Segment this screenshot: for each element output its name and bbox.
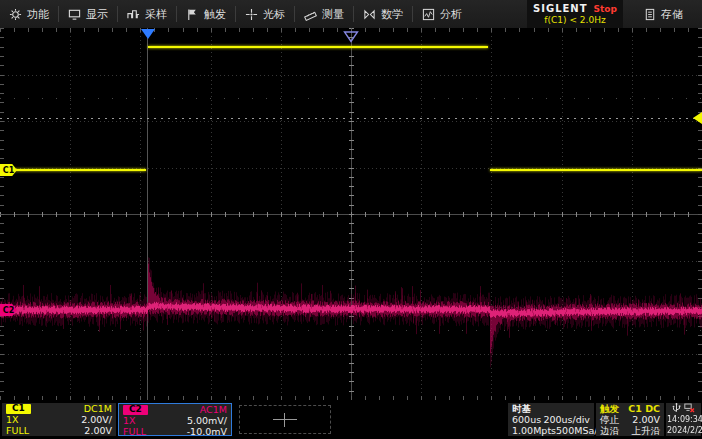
ruler-icon xyxy=(304,8,317,21)
math-icon xyxy=(363,8,376,21)
menu-math[interactable]: 数学 xyxy=(354,0,412,28)
menu-label: 分析 xyxy=(440,7,462,22)
analysis-icon xyxy=(422,8,435,21)
trigger-header: 触发 xyxy=(600,403,619,414)
channel2-badge: C2 xyxy=(123,405,148,415)
save-icon xyxy=(644,8,656,21)
channel1-probe: 1X xyxy=(6,414,19,425)
menu-label: 采样 xyxy=(145,7,167,22)
trigger-position-marker[interactable] xyxy=(141,29,155,39)
gear-icon xyxy=(9,8,22,21)
menu-label: 功能 xyxy=(27,7,49,22)
memory-depth: 1.00Mpts xyxy=(512,425,556,436)
add-channel-cross-icon xyxy=(273,413,297,427)
trigger-slope: 上升沿 xyxy=(632,425,661,436)
menu-measure[interactable]: 测量 xyxy=(295,0,353,28)
timebase-delay: 600us xyxy=(512,414,541,425)
channel1-scale: 2.00V/ xyxy=(81,414,112,425)
statusbar: C1 DC1M 1X 2.00V/ FULL 2.00V C2 AC1M 1X … xyxy=(0,400,702,439)
trigger-level-marker[interactable] xyxy=(693,112,702,124)
oscilloscope-ui: { "menubar": { "items": [ {"label": "功能"… xyxy=(0,0,702,439)
trigger-source: C1 DC xyxy=(628,403,660,414)
timebase-descriptor[interactable]: 时基 600us 200us/div 1.00Mpts 500MSa/s xyxy=(508,403,594,436)
clock-time: 14:09:34 xyxy=(667,414,700,425)
run-state-badge[interactable]: Stop xyxy=(594,4,617,14)
menu-analysis[interactable]: 分析 xyxy=(413,0,471,28)
channel1-badge: C1 xyxy=(6,404,31,414)
channel2-bandwidth: FULL xyxy=(123,426,146,437)
timebase-header: 时基 xyxy=(512,403,531,414)
delay-reference-marker[interactable] xyxy=(343,28,359,47)
channel2-descriptor[interactable]: C2 AC1M 1X 5.00mV/ FULL -10.0mV xyxy=(118,403,232,436)
channel1-bandwidth: FULL xyxy=(6,425,29,436)
menu-trigger[interactable]: 触发 xyxy=(177,0,235,28)
channel1-offset: 2.00V xyxy=(84,425,112,436)
menu-label: 显示 xyxy=(86,7,108,22)
timebase-scale: 200us/div xyxy=(543,414,590,425)
menu-acquire[interactable]: 采样 xyxy=(118,0,176,28)
menu-label: 光标 xyxy=(263,7,285,22)
flag-icon xyxy=(186,8,199,21)
trigger-type: 边沿 xyxy=(600,425,619,436)
crosshair-icon xyxy=(245,8,258,21)
status-block: SIGLENT Stop f(C1) < 2.0Hz xyxy=(527,0,623,28)
clock-date: 2024/2/2 xyxy=(667,425,700,436)
channel2-offset: -10.0mV xyxy=(187,426,227,437)
trigger-status: 停止 xyxy=(600,414,619,425)
menu-label: 测量 xyxy=(322,7,344,22)
monitor-icon xyxy=(68,8,81,21)
lan-offline-icon[interactable] xyxy=(684,403,695,415)
sample-wave-icon xyxy=(127,8,140,21)
menu-save[interactable]: 存储 xyxy=(635,0,692,28)
menu-display[interactable]: 显示 xyxy=(59,0,117,28)
menu-cursors[interactable]: 光标 xyxy=(236,0,294,28)
menu-label: 数学 xyxy=(381,7,403,22)
add-channel-placeholder[interactable] xyxy=(239,405,331,434)
datetime-panel: 14:09:34 2024/2/2 xyxy=(666,403,701,436)
menu-label: 存储 xyxy=(661,7,683,22)
channel2-scale: 5.00mV/ xyxy=(187,415,227,426)
channel1-coupling: DC1M xyxy=(84,403,112,414)
channel2-coupling: AC1M xyxy=(200,404,227,415)
channel2-probe: 1X xyxy=(123,415,136,426)
usb-icon[interactable] xyxy=(672,403,681,415)
trigger-descriptor[interactable]: 触发 C1 DC 停止 2.00V 边沿 上升沿 xyxy=(596,403,664,436)
menubar: 功能 显示 采样 触发 光标 测量 数学 分析 SIGLENT Stop f(C… xyxy=(0,0,702,28)
brand-logo: SIGLENT xyxy=(533,3,588,14)
trigger-level: 2.00V xyxy=(632,414,660,425)
menu-utility[interactable]: 功能 xyxy=(0,0,58,28)
menu-label: 触发 xyxy=(204,7,226,22)
waveform-screen: C1 C2 xyxy=(0,28,702,400)
waveform-display[interactable] xyxy=(0,28,702,400)
trigger-frequency-readout: f(C1) < 2.0Hz xyxy=(544,15,605,25)
channel1-descriptor[interactable]: C1 DC1M 1X 2.00V/ FULL 2.00V xyxy=(2,403,116,436)
